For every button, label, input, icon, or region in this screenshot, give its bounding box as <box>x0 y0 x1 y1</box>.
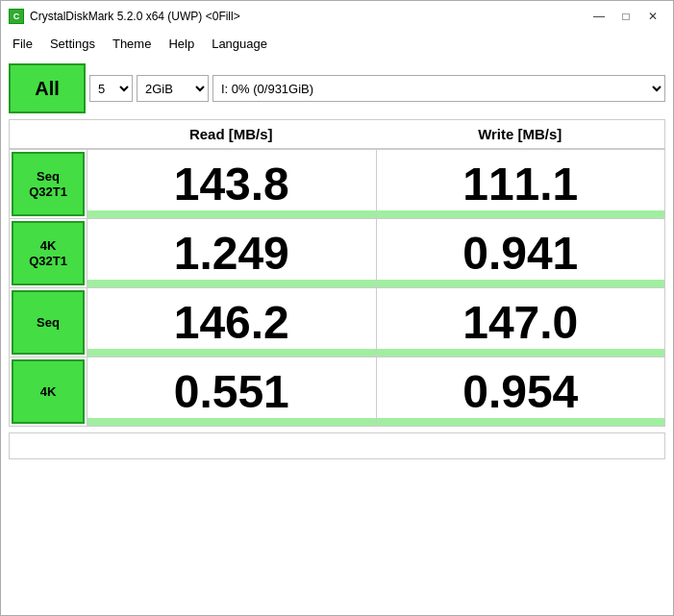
read-value-seq-q32t1: 143.8 <box>87 150 376 218</box>
table-row: SeqQ32T1 143.8 111.1 <box>10 150 664 219</box>
app-icon: C <box>9 9 24 24</box>
close-button[interactable]: ✕ <box>640 7 665 26</box>
title-bar-left: C CrystalDiskMark 5.2.0 x64 (UWP) <0Fill… <box>9 9 240 24</box>
count-select[interactable]: 5 1 3 10 <box>89 75 133 102</box>
main-window: C CrystalDiskMark 5.2.0 x64 (UWP) <0Fill… <box>0 0 674 616</box>
table-row: Seq 146.2 147.0 <box>10 288 664 357</box>
grid-header: Read [MB/s] Write [MB/s] <box>10 120 664 150</box>
title-bar: C CrystalDiskMark 5.2.0 x64 (UWP) <0Fill… <box>0 0 674 31</box>
row-label-seq-q32t1: SeqQ32T1 <box>12 152 85 216</box>
window-title: CrystalDiskMark 5.2.0 x64 (UWP) <0Fill> <box>30 10 240 23</box>
maximize-button[interactable]: □ <box>613 7 638 26</box>
read-value-4k-q32t1: 1.249 <box>87 219 376 287</box>
row-label-4k: 4K <box>12 359 85 424</box>
controls-row: All 5 1 3 10 2GiB 512MiB 1GiB 4GiB I: 0%… <box>9 63 665 113</box>
menu-help[interactable]: Help <box>161 35 202 53</box>
status-bar <box>9 432 665 459</box>
menu-language[interactable]: Language <box>204 35 275 53</box>
table-row: 4KQ32T1 1.249 0.941 <box>10 219 664 288</box>
menu-file[interactable]: File <box>5 35 40 53</box>
write-value-4k: 0.954 <box>376 357 665 426</box>
header-read: Read [MB/s] <box>87 120 376 150</box>
all-button[interactable]: All <box>9 63 86 113</box>
header-label-col <box>10 120 87 150</box>
title-bar-controls: — □ ✕ <box>587 7 665 26</box>
row-label-seq: Seq <box>12 290 85 355</box>
write-value-seq: 147.0 <box>376 288 665 357</box>
menu-theme[interactable]: Theme <box>105 35 159 53</box>
main-content: All 5 1 3 10 2GiB 512MiB 1GiB 4GiB I: 0%… <box>0 56 674 616</box>
write-value-seq-q32t1: 111.1 <box>376 150 665 218</box>
row-label-4k-q32t1: 4KQ32T1 <box>12 221 85 285</box>
read-value-4k: 0.551 <box>87 357 376 426</box>
write-value-4k-q32t1: 0.941 <box>376 219 665 287</box>
minimize-button[interactable]: — <box>587 7 612 26</box>
menu-bar: File Settings Theme Help Language <box>0 31 674 56</box>
size-select[interactable]: 2GiB 512MiB 1GiB 4GiB <box>137 75 209 102</box>
read-value-seq: 146.2 <box>87 288 376 357</box>
table-row: 4K 0.551 0.954 <box>10 357 664 426</box>
data-grid: Read [MB/s] Write [MB/s] SeqQ32T1 143.8 … <box>9 119 665 427</box>
header-write: Write [MB/s] <box>376 120 665 150</box>
menu-settings[interactable]: Settings <box>42 35 103 53</box>
drive-select[interactable]: I: 0% (0/931GiB) <box>212 75 665 102</box>
